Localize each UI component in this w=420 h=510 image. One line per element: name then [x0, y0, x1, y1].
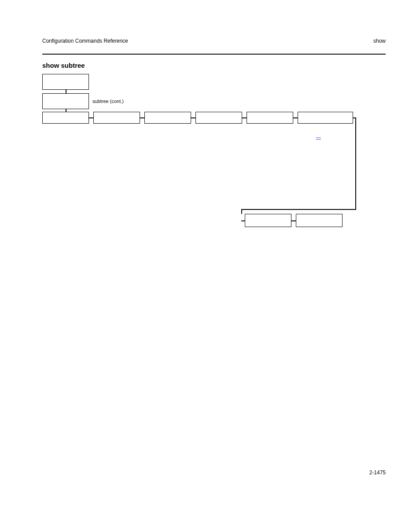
header-left: Configuration Commands Reference — [42, 38, 128, 44]
diagram-label-r2: subtree (cont.) — [92, 99, 124, 104]
connector-row4-between — [291, 220, 296, 221]
diagram-link-after-box6[interactable]: — — [316, 134, 321, 139]
diagram-box-r3-4 — [195, 112, 242, 124]
diagram-box-r3-2 — [93, 112, 140, 124]
diagram-box-r3-6 — [298, 112, 353, 124]
connector-row4-left-tick — [241, 220, 245, 221]
header-divider — [42, 54, 386, 55]
connector-row4-drop-left — [241, 209, 242, 214]
connector-r3-45 — [242, 117, 247, 118]
diagram-box-r3-1 — [42, 112, 89, 124]
diagram-box-r4-2 — [296, 214, 343, 227]
connector-r3-12 — [89, 117, 93, 118]
connector-row4-top — [241, 209, 356, 210]
diagram-box-r3-5 — [247, 112, 293, 124]
connector-r3-56 — [293, 117, 298, 118]
diagram-box-r2 — [42, 93, 89, 109]
diagram-box-r1 — [42, 74, 89, 90]
diagram-box-r4-1 — [245, 214, 291, 227]
section-heading: show subtree — [42, 62, 85, 69]
connector-r3-23 — [140, 117, 144, 118]
page-number: 2-1475 — [369, 470, 386, 476]
connector-right-drop — [355, 117, 356, 209]
header-right: show — [373, 38, 386, 44]
connector-r3-34 — [191, 117, 195, 118]
diagram-box-r3-3 — [144, 112, 191, 124]
connector-r1-r2 — [66, 90, 66, 93]
